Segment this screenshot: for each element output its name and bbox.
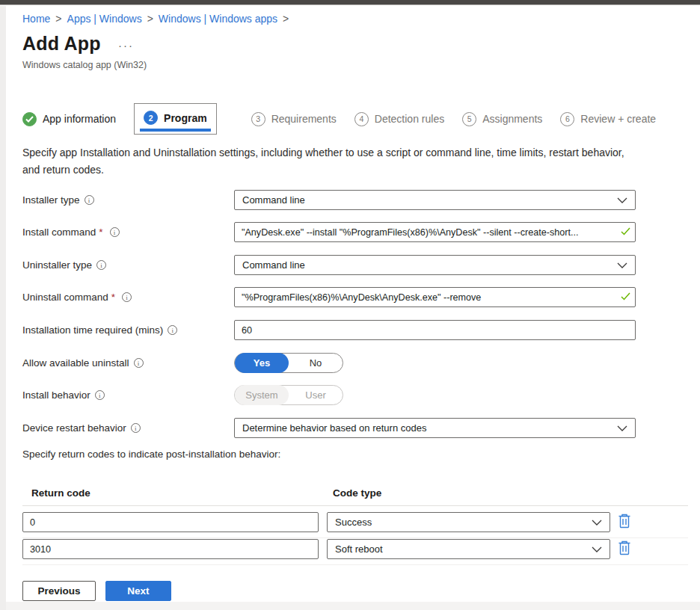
installer-type-label: Installer type i — [22, 190, 228, 210]
info-icon[interactable]: i — [95, 390, 105, 400]
selected-value: Command line — [242, 194, 617, 206]
table-header-divider — [22, 505, 688, 506]
uninstaller-type-dropdown[interactable]: Command line — [234, 255, 636, 275]
page-bottom-gutter — [6, 602, 700, 610]
breadcrumb-apps-windows[interactable]: Apps | Windows — [67, 13, 142, 25]
chevron-down-icon — [592, 546, 602, 552]
browser-top-bar — [0, 0, 700, 5]
return-code-input[interactable] — [22, 539, 319, 559]
selected-value: Command line — [242, 259, 617, 271]
uninstall-command-input[interactable] — [234, 287, 636, 307]
trash-icon — [617, 513, 632, 529]
return-code-row — [22, 512, 319, 532]
selected-value: Soft reboot — [335, 543, 592, 555]
more-options-icon[interactable]: ··· — [118, 39, 134, 52]
valid-check-icon — [621, 227, 630, 235]
label-text: Install behavior — [22, 389, 90, 401]
wizard-steps: App information 2 Program 3 Requirements… — [22, 102, 656, 136]
step-complete-check-icon — [22, 112, 37, 126]
delete-row-button[interactable] — [616, 540, 633, 558]
return-codes-intro: Specify return codes to indicate post-in… — [22, 449, 280, 460]
info-icon[interactable]: i — [85, 195, 94, 205]
install-behavior-label: Install behavior i — [22, 385, 228, 405]
label-text: Installation time required (mins) — [22, 324, 163, 336]
table-bottom-divider — [22, 564, 688, 565]
breadcrumb-separator: > — [147, 13, 153, 25]
install-time-input[interactable] — [234, 320, 636, 340]
allow-available-uninstall-label: Allow available uninstall i — [22, 353, 228, 373]
trash-icon — [617, 540, 632, 556]
toggle-option-no[interactable]: No — [289, 353, 343, 373]
install-command-field-wrap — [234, 222, 636, 242]
code-type-dropdown[interactable]: Success — [327, 512, 610, 532]
info-icon[interactable]: i — [168, 325, 177, 335]
required-asterisk: * — [111, 292, 115, 303]
info-icon[interactable]: i — [134, 358, 144, 368]
required-asterisk: * — [99, 227, 102, 238]
toggle-option-yes[interactable]: Yes — [235, 353, 289, 373]
uninstall-command-field-wrap — [234, 287, 636, 307]
install-time-field-wrap — [234, 320, 636, 340]
chevron-down-icon — [617, 425, 627, 431]
delete-row-button[interactable] — [616, 513, 633, 531]
install-command-label: Install command * i — [22, 222, 228, 242]
step-program-active[interactable]: 2 Program — [134, 103, 217, 135]
breadcrumb: Home>Apps | Windows>Windows | Windows ap… — [22, 13, 294, 25]
step-detection-rules[interactable]: 4 Detection rules — [354, 112, 444, 126]
previous-button[interactable]: Previous — [22, 581, 96, 601]
section-description: Specify app Installation and Uninstallat… — [22, 144, 632, 179]
breadcrumb-windows-apps[interactable]: Windows | Windows apps — [159, 13, 277, 25]
selected-value: Determine behavior based on return codes — [242, 422, 617, 434]
step-number-badge: 5 — [462, 112, 476, 126]
return-code-input[interactable] — [22, 512, 319, 532]
chevron-down-icon — [617, 197, 627, 203]
step-assignments[interactable]: 5 Assignments — [462, 112, 542, 126]
chevron-down-icon — [592, 520, 602, 526]
step-label: Program — [164, 112, 207, 124]
step-app-information[interactable]: App information — [22, 112, 116, 126]
info-icon[interactable]: i — [96, 260, 106, 270]
install-behavior-toggle: System User — [234, 385, 343, 405]
label-text: Installer type — [22, 194, 80, 206]
label-text: Allow available uninstall — [22, 357, 129, 369]
toggle-option-user: User — [289, 385, 343, 405]
breadcrumb-separator: > — [283, 13, 289, 25]
label-text: Uninstaller type — [22, 259, 92, 271]
page-subtitle: Windows catalog app (Win32) — [22, 60, 147, 70]
page-left-gutter — [0, 6, 6, 610]
uninstall-command-label: Uninstall command * i — [22, 287, 228, 307]
step-number-badge: 3 — [251, 112, 265, 126]
table-row-divider — [22, 537, 688, 538]
step-requirements[interactable]: 3 Requirements — [251, 112, 337, 126]
next-button[interactable]: Next — [105, 581, 171, 601]
device-restart-behavior-dropdown[interactable]: Determine behavior based on return codes — [234, 418, 636, 438]
uninstaller-type-label: Uninstaller type i — [22, 255, 228, 275]
step-review-create[interactable]: 6 Review + create — [560, 112, 656, 126]
step-label: App information — [43, 113, 116, 125]
step-label: Detection rules — [375, 113, 444, 125]
breadcrumb-home[interactable]: Home — [22, 13, 50, 25]
code-type-dropdown[interactable]: Soft reboot — [327, 539, 610, 559]
return-code-row — [22, 539, 319, 559]
breadcrumb-separator: > — [55, 13, 61, 25]
toggle-option-system: System — [235, 385, 289, 405]
active-step-underline — [140, 129, 211, 132]
code-type-column-header: Code type — [333, 487, 381, 499]
install-command-input[interactable] — [234, 222, 636, 242]
label-text: Device restart behavior — [22, 422, 126, 434]
info-icon[interactable]: i — [122, 292, 132, 302]
step-label: Assignments — [482, 113, 542, 125]
info-icon[interactable]: i — [110, 227, 120, 237]
install-time-label: Installation time required (mins) i — [22, 320, 228, 340]
info-icon[interactable]: i — [131, 423, 141, 433]
installer-type-dropdown[interactable]: Command line — [234, 190, 636, 210]
label-text: Install command — [22, 227, 96, 238]
label-text: Uninstall command — [22, 292, 108, 303]
step-number-badge: 6 — [560, 112, 574, 126]
step-label: Requirements — [271, 113, 337, 125]
chevron-down-icon — [617, 262, 627, 268]
step-label: Review + create — [580, 113, 656, 125]
selected-value: Success — [335, 517, 592, 528]
valid-check-icon — [621, 292, 630, 301]
step-number-badge: 2 — [144, 111, 158, 125]
